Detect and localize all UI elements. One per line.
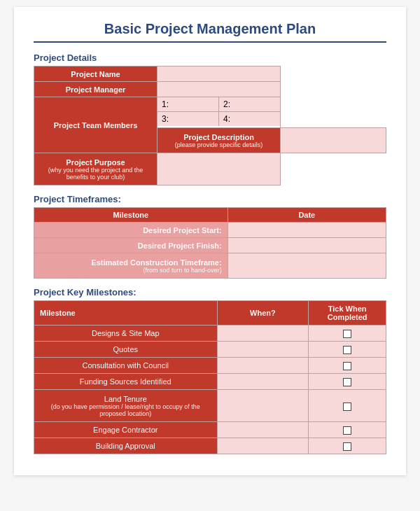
milestone-col-tick: Tick When Completed [309, 301, 386, 326]
project-purpose-label: Project Purpose (why you need the projec… [34, 153, 158, 186]
table-row: Estimated Construction Timeframe: (from … [34, 253, 386, 279]
table-row: Consultation with Council [34, 358, 386, 374]
checkbox-icon [343, 426, 351, 435]
milestone-col-when: When? [217, 301, 309, 326]
milestone-building-tick[interactable] [309, 438, 386, 454]
table-row: Project Purpose (why you need the projec… [34, 153, 386, 186]
table-row: Desired Project Start: [34, 223, 386, 238]
table-row: Funding Sources Identified [34, 374, 386, 390]
milestone-designs-tick[interactable] [309, 326, 386, 342]
project-manager-label: Project Manager [34, 82, 158, 97]
milestone-council-tick[interactable] [309, 358, 386, 374]
team-grid: 1: 2: 3: 4: [158, 97, 280, 126]
milestone-contractor-when[interactable] [217, 422, 309, 438]
milestone-funding-when[interactable] [217, 374, 309, 390]
team-member-1-label: 1: [158, 97, 219, 112]
project-details-table: Project Name Project Manager Project Tea… [34, 66, 386, 186]
timeframes-start-value[interactable] [227, 223, 386, 238]
milestone-land-label: Land Tenure (do you have permission / le… [34, 390, 218, 422]
team-member-3-label: 3: [158, 112, 219, 127]
table-row: Project Name [34, 66, 386, 82]
table-row: Engage Contractor [34, 422, 386, 438]
page-container: Basic Project Management Plan Project De… [14, 7, 406, 475]
checkbox-icon [343, 402, 351, 411]
table-row: 1: 2: [158, 97, 280, 112]
milestone-contractor-label: Engage Contractor [34, 422, 218, 438]
milestones-table: Milestone When? Tick When Completed Desi… [34, 300, 386, 454]
project-manager-value[interactable] [158, 82, 281, 97]
timeframes-finish-label: Desired Project Finish: [34, 238, 228, 253]
timeframes-table: Milestone Date Desired Project Start: De… [34, 207, 386, 279]
table-row: 3: 4: [158, 112, 280, 127]
milestone-quotes-when[interactable] [217, 342, 309, 358]
table-row: Quotes [34, 342, 386, 358]
timeframes-construction-value[interactable] [227, 253, 386, 279]
project-name-value[interactable] [158, 66, 281, 82]
main-title: Basic Project Management Plan [34, 21, 386, 43]
timeframes-col-date: Date [227, 208, 386, 223]
milestone-funding-tick[interactable] [309, 374, 386, 390]
milestone-council-label: Consultation with Council [34, 358, 218, 374]
project-purpose-value[interactable] [158, 153, 281, 186]
project-desc-label: Project Description (please provide spec… [158, 128, 281, 153]
checkbox-icon [343, 346, 351, 354]
milestone-land-when[interactable] [217, 390, 309, 422]
table-row: Desired Project Finish: [34, 238, 386, 253]
checkbox-icon [343, 442, 351, 451]
milestone-funding-label: Funding Sources Identified [34, 374, 218, 390]
checkbox-icon [343, 362, 351, 370]
milestone-building-label: Building Approval [34, 438, 218, 454]
section-title-milestones: Project Key Milestones: [34, 287, 386, 298]
table-row: Designs & Site Map [34, 326, 386, 342]
milestone-land-tick[interactable] [309, 390, 386, 422]
project-desc-value[interactable] [281, 128, 386, 153]
milestone-designs-label: Designs & Site Map [34, 326, 218, 342]
timeframes-finish-value[interactable] [227, 238, 386, 253]
milestone-quotes-label: Quotes [34, 342, 218, 358]
section-title-timeframes: Project Timeframes: [34, 194, 386, 204]
table-row: Building Approval [34, 438, 386, 454]
project-name-label: Project Name [34, 66, 158, 82]
milestone-quotes-tick[interactable] [309, 342, 386, 358]
checkbox-icon [343, 330, 351, 338]
milestone-council-when[interactable] [217, 358, 309, 374]
project-team-label: Project Team Members [34, 97, 158, 153]
milestone-col-milestone: Milestone [34, 301, 218, 326]
section-title-details: Project Details [34, 52, 386, 63]
timeframes-col-milestone: Milestone [34, 208, 228, 223]
table-row: Milestone Date [34, 208, 386, 223]
milestone-building-when[interactable] [217, 438, 309, 454]
timeframes-construction-label: Estimated Construction Timeframe: (from … [34, 253, 228, 279]
table-row: Milestone When? Tick When Completed [34, 301, 386, 326]
table-row: Land Tenure (do you have permission / le… [34, 390, 386, 422]
milestone-designs-when[interactable] [217, 326, 309, 342]
team-member-2-label: 2: [219, 97, 281, 112]
table-row: Project Manager [34, 82, 386, 97]
milestone-contractor-tick[interactable] [309, 422, 386, 438]
checkbox-icon [343, 378, 351, 386]
team-member-4-label: 4: [219, 112, 281, 127]
timeframes-start-label: Desired Project Start: [34, 223, 228, 238]
table-row: Project Team Members 1: 2: 3: 4: [34, 97, 386, 128]
